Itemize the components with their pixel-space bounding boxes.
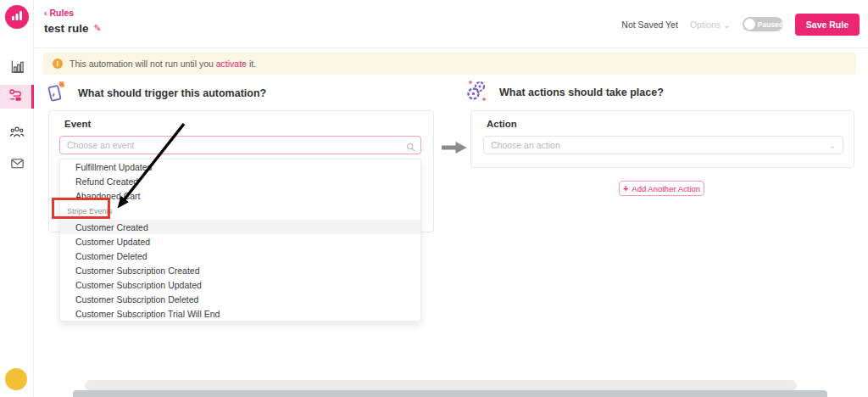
window-shadow-edge	[73, 390, 827, 397]
breadcrumb-label: Rules	[50, 8, 75, 18]
header-controls: Not Saved Yet Options ⌄ Paused Save Rule	[621, 0, 860, 48]
paused-toggle[interactable]: Paused	[743, 17, 783, 31]
sidebar-item-automations[interactable]	[0, 85, 34, 109]
dropdown-item[interactable]: Fulfillment Updated	[60, 159, 420, 174]
customers-icon	[9, 125, 25, 143]
event-dropdown-list: Fulfillment Updated Refund Created Aband…	[59, 159, 421, 322]
action-select[interactable]: Choose an action ⌄	[483, 136, 843, 154]
edit-title-pencil-icon[interactable]: ✎	[94, 23, 102, 34]
sidebar-item-customers[interactable]	[0, 120, 34, 148]
search-icon	[406, 140, 415, 155]
warning-text: This automation will not run until you a…	[70, 59, 256, 69]
app-root: { "colors": { "accent": "#EC2674", "anno…	[0, 0, 868, 397]
bar-chart-logo-icon	[11, 9, 23, 25]
save-rule-button[interactable]: Save Rule	[795, 14, 860, 36]
dropdown-item[interactable]: Refund Created	[60, 174, 420, 188]
dropdown-group-label-stripe-events: Stripe Events	[60, 203, 420, 220]
back-chevron-icon: ‹	[44, 8, 47, 18]
dropdown-item[interactable]: Customer Subscription Updated	[60, 277, 420, 292]
toggle-label: Paused	[758, 20, 783, 29]
chevron-down-icon: ⌄	[723, 20, 731, 30]
dropdown-item[interactable]: Abandoned Cart	[60, 188, 420, 203]
flow-arrow-icon	[442, 142, 467, 157]
sidebar-item-analytics[interactable]	[0, 54, 34, 81]
chevron-down-icon: ⌄	[829, 141, 836, 150]
add-another-action-label: Add Another Action	[632, 184, 700, 193]
page-title-row: test rule ✎	[44, 22, 102, 35]
automations-icon	[8, 88, 23, 106]
analytics-icon	[10, 59, 25, 77]
sidebar	[0, 0, 34, 397]
breadcrumb-rules-link[interactable]: ‹Rules	[44, 8, 74, 18]
action-panel-label: Action	[487, 119, 517, 129]
trigger-heading: What should trigger this automation?	[78, 87, 266, 99]
event-panel-label: Event	[64, 119, 91, 129]
actions-heading: What actions should take place?	[499, 87, 664, 98]
plus-icon: +	[623, 183, 628, 193]
header: ‹Rules test rule ✎ Not Saved Yet Options…	[34, 0, 868, 48]
warning-icon: !	[53, 59, 63, 69]
dropdown-item[interactable]: Customer Created	[60, 220, 420, 234]
dropdown-item[interactable]: Customer Deleted	[60, 249, 420, 263]
event-input-wrap	[59, 136, 421, 154]
dropdown-item[interactable]: Customer Subscription Trial Will End	[60, 306, 420, 321]
toggle-knob	[744, 19, 755, 30]
add-another-action-button[interactable]: + Add Another Action	[619, 181, 704, 196]
options-dropdown[interactable]: Options ⌄	[690, 20, 731, 30]
action-select-placeholder: Choose an action	[491, 140, 829, 150]
activate-link[interactable]: activate	[216, 59, 247, 69]
dropdown-item[interactable]: Customer Updated	[60, 234, 420, 249]
event-search-input[interactable]	[59, 136, 421, 154]
activation-warning-banner: ! This automation will not run until you…	[42, 53, 856, 75]
save-status-text: Not Saved Yet	[621, 20, 678, 30]
lighter-icon	[47, 79, 70, 107]
gears-icon	[465, 77, 491, 107]
dropdown-item[interactable]: Customer Subscription Deleted	[60, 292, 420, 306]
dropdown-item[interactable]: Customer Subscription Created	[60, 263, 420, 277]
messages-icon	[10, 156, 25, 174]
page-title: test rule	[44, 22, 89, 35]
chat-widget-badge[interactable]	[5, 368, 27, 390]
trigger-section-heading: What should trigger this automation?	[47, 79, 266, 107]
sidebar-item-messages[interactable]	[0, 151, 34, 178]
app-logo[interactable]	[5, 5, 29, 29]
actions-section-heading: What actions should take place?	[465, 77, 664, 107]
